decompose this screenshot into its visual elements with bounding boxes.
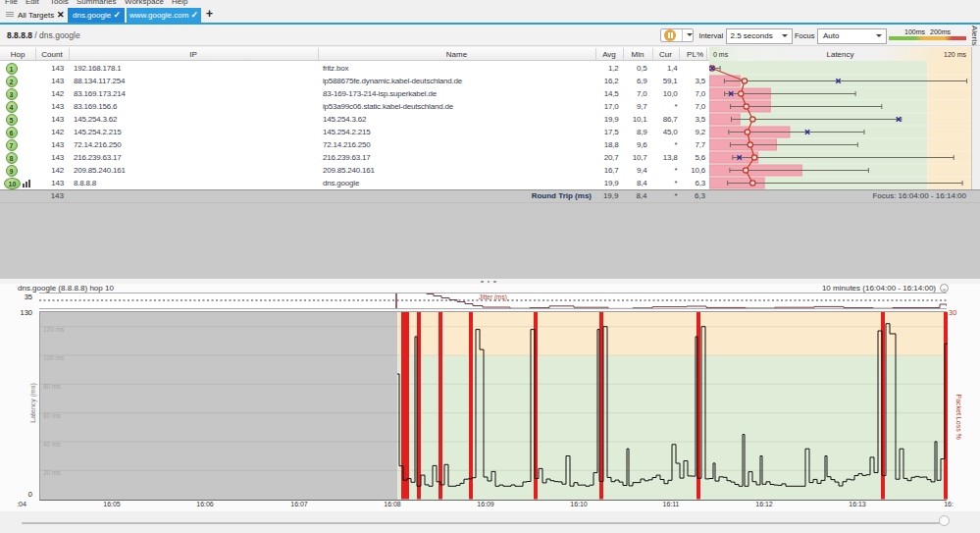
svg-text:40 ms: 40 ms [43, 440, 61, 447]
svg-text:20 ms: 20 ms [43, 469, 61, 476]
svg-text:100 ms: 100 ms [43, 354, 65, 361]
svg-text:60 ms: 60 ms [43, 411, 61, 418]
svg-text:Jitter (ms): Jitter (ms) [479, 293, 507, 301]
svg-text:120 ms: 120 ms [43, 325, 65, 332]
svg-text:80 ms: 80 ms [43, 383, 61, 390]
